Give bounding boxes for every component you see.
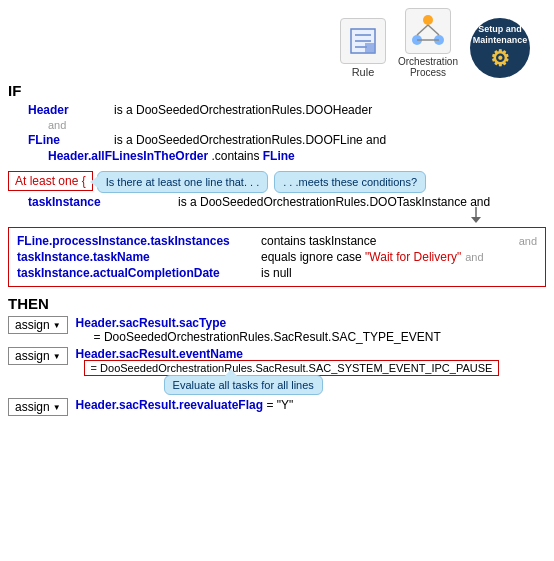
assign-content-1: Header.sacResult.sacType = DooSeededOrch… bbox=[76, 316, 546, 344]
assign-label-2: assign bbox=[15, 349, 50, 363]
then-section: THEN assign ▼ Header.sacResult.sacType =… bbox=[8, 295, 546, 416]
assign-content-2: Header.sacResult.eventName = DooSeededOr… bbox=[76, 347, 546, 395]
orchestration-icon-box[interactable]: OrchestrationProcess bbox=[398, 8, 458, 78]
header-var: Header bbox=[28, 103, 108, 117]
assign-val-box-2: = DooSeededOrchestrationRules.SacResult.… bbox=[84, 360, 500, 376]
cond-op-3: is null bbox=[261, 266, 292, 280]
rule-label: Rule bbox=[352, 66, 375, 78]
assign-arrow-2: ▼ bbox=[53, 352, 61, 361]
assign-arrow-3: ▼ bbox=[53, 403, 61, 412]
cond-op-2: equals ignore case "Wait for Delivery" bbox=[261, 250, 461, 264]
assign-var-2: Header.sacResult.eventName bbox=[76, 347, 546, 361]
orchestration-label: OrchestrationProcess bbox=[398, 56, 458, 78]
svg-line-9 bbox=[428, 25, 439, 35]
assign-block-2: assign ▼ Header.sacResult.eventName = Do… bbox=[8, 347, 546, 395]
header-allflines-var: Header.allFLinesInTheOrder bbox=[48, 149, 208, 163]
assign-button-3[interactable]: assign ▼ bbox=[8, 398, 68, 416]
condition-block: FLine.processInstance.taskInstances cont… bbox=[8, 227, 546, 287]
cond-var-1: FLine.processInstance.taskInstances bbox=[17, 234, 257, 248]
arrow-indicator bbox=[8, 207, 486, 223]
setup-icon: Setup and Maintenance ⚙ bbox=[470, 18, 530, 78]
assign-block-1: assign ▼ Header.sacResult.sacType = DooS… bbox=[8, 316, 546, 344]
fline-var: FLine bbox=[28, 133, 108, 147]
evaluate-balloon: Evaluate all tasks for all lines bbox=[164, 375, 323, 395]
assign-var-1: Header.sacResult.sacType bbox=[76, 316, 546, 330]
contains-op: .contains bbox=[211, 149, 262, 163]
fline-rule-line: FLine is a DooSeededOrchestrationRules.D… bbox=[28, 133, 546, 147]
assign-label-3: assign bbox=[15, 400, 50, 414]
assign-button-1[interactable]: assign ▼ bbox=[8, 316, 68, 334]
svg-marker-12 bbox=[471, 217, 481, 223]
assign-eq-2: = DooSeededOrchestrationRules.SacResult.… bbox=[84, 361, 546, 375]
page-wrapper: Rule OrchestrationProcess Setup and Main… bbox=[0, 0, 554, 561]
rule-icon bbox=[340, 18, 386, 64]
cond-row-2: taskInstance.taskName equals ignore case… bbox=[17, 250, 537, 264]
fline-val: FLine bbox=[263, 149, 295, 163]
balloon-container: Is there at least one line that. . . . .… bbox=[97, 171, 426, 193]
header-op: is a DooSeededOrchestrationRules.DOOHead… bbox=[114, 103, 372, 117]
fline-op: is a DooSeededOrchestrationRules.DOOFLin… bbox=[114, 133, 386, 147]
svg-rect-4 bbox=[365, 43, 375, 53]
rule-icon-box[interactable]: Rule bbox=[340, 18, 386, 78]
cond-var-3: taskInstance.actualCompletionDate bbox=[17, 266, 257, 280]
then-label: THEN bbox=[8, 295, 546, 312]
cond-and-1: and bbox=[519, 235, 537, 247]
svg-line-8 bbox=[417, 25, 428, 35]
at-least-one-section: At least one { Is there at least one lin… bbox=[8, 171, 546, 193]
and-connector-1: and bbox=[48, 119, 546, 131]
cond-and-2: and bbox=[465, 251, 483, 263]
taskinstance-op: is a DooSeededOrchestrationRules.DOOTask… bbox=[178, 195, 490, 209]
assign-label-1: assign bbox=[15, 318, 50, 332]
cond-row-1: FLine.processInstance.taskInstances cont… bbox=[17, 234, 537, 248]
assign-var-eq-3: Header.sacResult.reevaluateFlag = "Y" bbox=[76, 398, 546, 412]
assign-var-3: Header.sacResult.reevaluateFlag bbox=[76, 398, 263, 412]
header-icons: Rule OrchestrationProcess Setup and Main… bbox=[8, 8, 546, 78]
balloon-meets-conditions: . . .meets these conditions? bbox=[274, 171, 426, 193]
if-section: IF Header is a DooSeededOrchestrationRul… bbox=[8, 82, 546, 287]
at-least-one-box: At least one { bbox=[8, 171, 93, 191]
assign-arrow-1: ▼ bbox=[53, 321, 61, 330]
setup-icon-box[interactable]: Setup and Maintenance ⚙ bbox=[470, 18, 530, 78]
cond-row-3: taskInstance.actualCompletionDate is nul… bbox=[17, 266, 537, 280]
if-label: IF bbox=[8, 82, 546, 99]
fline-contains-line: Header.allFLinesInTheOrder .contains FLi… bbox=[48, 149, 546, 163]
assign-eq-3: = "Y" bbox=[266, 398, 293, 412]
taskinstance-var: taskInstance bbox=[28, 195, 128, 209]
cond-var-2: taskInstance.taskName bbox=[17, 250, 257, 264]
setup-gear: ⚙ bbox=[490, 46, 510, 72]
assign-eq-1: = DooSeededOrchestrationRules.SacResult.… bbox=[94, 330, 546, 344]
assign-block-3: assign ▼ Header.sacResult.reevaluateFlag… bbox=[8, 398, 546, 416]
balloon-row-2: Evaluate all tasks for all lines bbox=[156, 375, 546, 395]
setup-line2: Maintenance bbox=[473, 35, 528, 46]
svg-point-5 bbox=[423, 15, 433, 25]
orchestration-icon bbox=[405, 8, 451, 54]
header-rule-line: Header is a DooSeededOrchestrationRules.… bbox=[28, 103, 546, 117]
assign-button-2[interactable]: assign ▼ bbox=[8, 347, 68, 365]
balloon-line-that: Is there at least one line that. . . bbox=[97, 171, 268, 193]
setup-line1: Setup and bbox=[478, 24, 522, 35]
assign-content-3: Header.sacResult.reevaluateFlag = "Y" bbox=[76, 398, 546, 412]
cond-op-1: contains taskInstance bbox=[261, 234, 376, 248]
